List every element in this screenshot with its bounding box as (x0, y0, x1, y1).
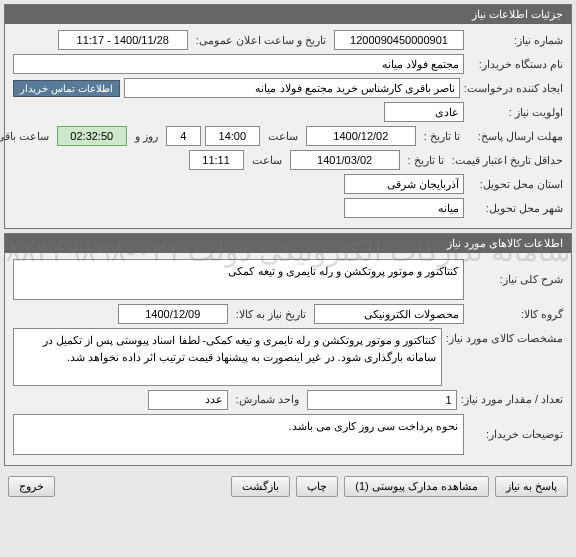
priority-label: اولویت نیاز : (468, 106, 563, 119)
desc-label: شرح کلی نیاز: (468, 273, 563, 286)
panel-header-details: جزئیات اطلاعات نیاز (5, 5, 571, 24)
priority-field[interactable] (384, 102, 464, 122)
deadline-time-field[interactable] (205, 126, 260, 146)
spec-field[interactable] (13, 328, 442, 386)
deadline-date-field[interactable] (306, 126, 416, 146)
validity-time-field[interactable] (189, 150, 244, 170)
time-label-1: ساعت (264, 130, 302, 143)
exit-button[interactable]: خروج (8, 476, 55, 497)
remaining-label: ساعت باقی مانده (0, 130, 53, 143)
panel-header-goods: اطلاعات کالاهای مورد نیاز (5, 234, 571, 253)
need-date-field[interactable] (118, 304, 228, 324)
validity-label: حداقل تاریخ اعتبار قیمت: (452, 154, 563, 167)
desc-field[interactable] (13, 259, 464, 300)
days-label: روز و (131, 130, 162, 143)
need-date-label: تاریخ نیاز به کالا: (232, 308, 310, 321)
buyer-label: نام دستگاه خریدار: (468, 58, 563, 71)
creator-label: ایجاد کننده درخواست: (464, 82, 563, 95)
validity-date-field[interactable] (290, 150, 400, 170)
spec-label: مشخصات کالای مورد نیاز: (446, 328, 563, 345)
qty-label: تعداد / مقدار مورد نیاز: (461, 393, 563, 406)
need-details-panel: جزئیات اطلاعات نیاز شماره نیاز: تاریخ و … (4, 4, 572, 229)
province-field[interactable] (344, 174, 464, 194)
group-field[interactable] (314, 304, 464, 324)
note-field[interactable] (13, 414, 464, 455)
note-label: توضیحات خریدار: (468, 428, 563, 441)
announce-label: تاریخ و ساعت اعلان عمومی: (192, 34, 330, 47)
group-label: گروه کالا: (468, 308, 563, 321)
to-date-label: تا تاریخ : (420, 130, 464, 143)
city-field[interactable] (344, 198, 464, 218)
attachments-button[interactable]: مشاهده مدارک پیوستی (1) (344, 476, 489, 497)
creator-field[interactable] (124, 78, 460, 98)
city-label: شهر محل تحویل: (468, 202, 563, 215)
contact-info-button[interactable]: اطلاعات تماس خریدار (13, 80, 120, 97)
time-label-2: ساعت (248, 154, 286, 167)
countdown-field (57, 126, 127, 146)
back-button[interactable]: بازگشت (231, 476, 290, 497)
unit-label: واحد شمارش: (232, 393, 303, 406)
footer-actions: پاسخ به نیاز مشاهده مدارک پیوستی (1) چاپ… (0, 470, 576, 503)
announce-field[interactable] (58, 30, 188, 50)
qty-field[interactable] (307, 390, 457, 410)
print-button[interactable]: چاپ (296, 476, 338, 497)
to-date-label-2: تا تاریخ : (404, 154, 448, 167)
need-number-field[interactable] (334, 30, 464, 50)
goods-info-panel: اطلاعات کالاهای مورد نیاز شرح کلی نیاز: … (4, 233, 572, 466)
deadline-label: مهلت ارسال پاسخ: (468, 130, 563, 143)
unit-field[interactable] (148, 390, 228, 410)
province-label: استان محل تحویل: (468, 178, 563, 191)
buyer-field[interactable] (13, 54, 464, 74)
days-field[interactable] (166, 126, 201, 146)
reply-button[interactable]: پاسخ به نیاز (495, 476, 568, 497)
need-number-label: شماره نیاز: (468, 34, 563, 47)
